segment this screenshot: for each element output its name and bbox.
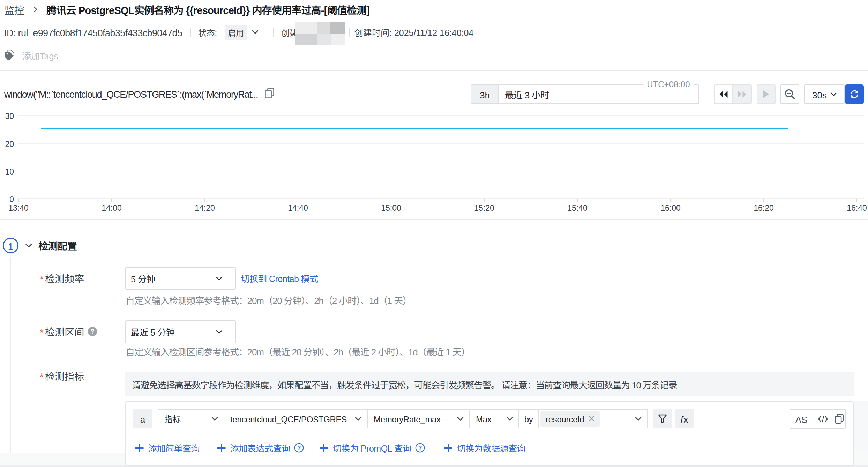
svg-text:?: ? xyxy=(90,328,95,335)
svg-text:?: ? xyxy=(418,445,422,451)
svg-text:?: ? xyxy=(297,445,301,451)
